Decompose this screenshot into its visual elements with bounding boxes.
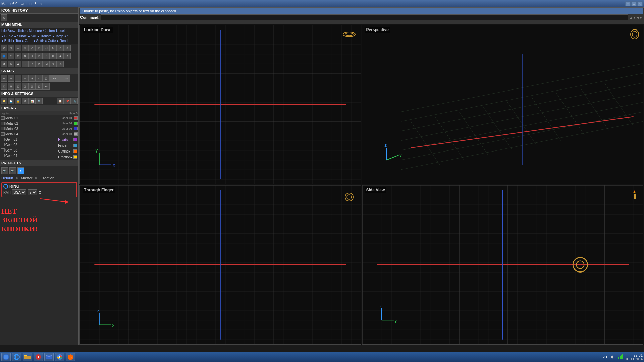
sub-build[interactable]: ● Build: [1, 39, 12, 43]
sub-rend[interactable]: ● Rend: [57, 39, 68, 43]
menu-file[interactable]: File: [1, 29, 7, 33]
chrome-button[interactable]: [55, 353, 64, 361]
media-button[interactable]: [34, 353, 43, 361]
viewport-looking-down[interactable]: Looking Down: [79, 25, 361, 184]
tb1-btn4[interactable]: ▽: [22, 45, 29, 51]
snap-btn9[interactable]: 155: [60, 75, 70, 82]
close-button[interactable]: ✕: [637, 1, 643, 6]
layer-metal02[interactable]: Metal 02 User 02: [0, 121, 78, 126]
viewport-side-view[interactable]: Side View: [362, 185, 644, 345]
snap2-btn7[interactable]: ⋯: [43, 83, 50, 90]
tb3-btn1[interactable]: ↺: [1, 61, 7, 67]
layer-heads[interactable]: Heads: [57, 137, 78, 142]
tb3-btn8[interactable]: ✎: [50, 61, 57, 67]
menu-view[interactable]: View: [8, 29, 15, 33]
sub-cutte[interactable]: ● Cutte: [45, 39, 56, 43]
tb2-btn2[interactable]: ⬡: [8, 53, 14, 59]
layer-cutting[interactable]: Cutting●: [57, 148, 78, 154]
tb2-btn6[interactable]: ⊡: [36, 53, 43, 59]
sub-surface[interactable]: ● Surfac: [14, 34, 27, 38]
proj-btn2[interactable]: 📸: [9, 167, 16, 174]
layer-metal04[interactable]: Metal 04 User 04: [0, 131, 78, 137]
layer-gem02[interactable]: Gem 02: [0, 142, 57, 147]
sub-too[interactable]: ● Too: [13, 39, 21, 43]
tb1-btn8[interactable]: ▷: [50, 45, 57, 51]
tb2-btn10[interactable]: ⌖: [64, 53, 71, 59]
tb2-btn9[interactable]: ◈: [57, 53, 64, 59]
viewport-perspective[interactable]: Perspective: [362, 25, 644, 184]
sub-gem[interactable]: ● Gem: [22, 39, 32, 43]
snap2-btn3[interactable]: ◱: [15, 83, 21, 90]
tb1-btn9[interactable]: ⊖: [57, 45, 64, 51]
sub-ar[interactable]: Ar: [64, 34, 68, 38]
info-btn4[interactable]: ⚙: [22, 98, 29, 104]
info-btn2[interactable]: 💾: [8, 98, 14, 104]
tb2-btn3[interactable]: ⊞: [15, 53, 21, 59]
minimize-button[interactable]: −: [625, 1, 631, 6]
tb1-btn2[interactable]: ◎: [8, 45, 14, 51]
tb1-btn1[interactable]: ⊕: [1, 45, 7, 51]
tb2-btn7[interactable]: ⌂: [43, 53, 50, 59]
tb3-btn5[interactable]: ↗: [29, 61, 36, 67]
start-button[interactable]: [1, 353, 11, 361]
tb3-btn7[interactable]: ⇲: [43, 61, 50, 67]
tb1-btn7[interactable]: ◁: [43, 45, 50, 51]
sub-transfo[interactable]: ● Transfo: [37, 34, 51, 38]
menu-measure[interactable]: Measure: [29, 29, 42, 33]
menu-utilities[interactable]: Utilities: [17, 29, 28, 33]
snap-btn5[interactable]: ⊙: [29, 75, 36, 82]
snap2-btn1[interactable]: ⊡: [1, 83, 7, 90]
info-btn5[interactable]: 📊: [29, 98, 36, 104]
proj-master[interactable]: Master: [21, 176, 33, 180]
menu-reset[interactable]: Reset: [56, 29, 65, 33]
ring-down-arrow[interactable]: ▼: [39, 192, 41, 195]
info-btn9[interactable]: 📎: [71, 98, 78, 104]
ie-button[interactable]: [12, 353, 21, 361]
layer-metal03[interactable]: Metal 03 User 03: [0, 126, 78, 131]
snap2-btn2[interactable]: ⊞: [8, 83, 14, 90]
snap-btn1[interactable]: ⊹: [1, 75, 7, 82]
layer-finger[interactable]: Finger: [57, 143, 78, 148]
tb2-btn4[interactable]: ⊠: [22, 53, 29, 59]
layer-gem03[interactable]: Gem 03: [0, 147, 57, 153]
info-btn6[interactable]: 🔍: [36, 98, 43, 104]
tb2-btn5[interactable]: ≡: [29, 53, 36, 59]
layer-gem04[interactable]: Gem 04: [0, 153, 57, 158]
menu-custom[interactable]: Custom: [43, 29, 55, 33]
viewport-through-finger[interactable]: Through Finger: [79, 185, 361, 345]
tb3-btn4[interactable]: ↕: [22, 61, 29, 67]
info-btn3[interactable]: 🔒: [15, 98, 21, 104]
snap2-btn4[interactable]: ◲: [22, 83, 29, 90]
maximize-button[interactable]: □: [631, 1, 637, 6]
tb2-btn1[interactable]: 🔵: [1, 53, 7, 59]
sub-targe[interactable]: ● Targe: [52, 34, 64, 38]
shield-button[interactable]: U: [66, 353, 75, 361]
snap-btn6[interactable]: □: [36, 75, 43, 82]
tb3-btn9[interactable]: ⚙: [57, 61, 64, 67]
layer-creation[interactable]: Creation●: [57, 154, 78, 160]
tb2-btn8[interactable]: ⌘: [50, 53, 57, 59]
ring-country-select[interactable]: USA EU UK: [12, 189, 26, 195]
sub-solid[interactable]: ● Soli: [28, 34, 37, 38]
sub-curve[interactable]: ● Curve: [1, 34, 13, 38]
snap-btn7[interactable]: ◫: [43, 75, 50, 82]
proj-btn1[interactable]: 📷: [1, 167, 8, 174]
ring-size-select[interactable]: 7 6 8: [28, 189, 37, 195]
layer-metal01[interactable]: Metal 01 User 01: [0, 115, 78, 121]
snap2-btn5[interactable]: ◳: [29, 83, 36, 90]
info-btn1[interactable]: 📁: [1, 98, 7, 104]
sub-settin[interactable]: ● Settir: [33, 39, 44, 43]
command-input[interactable]: [101, 14, 628, 20]
snap-btn8[interactable]: 155: [50, 75, 60, 82]
mail-button[interactable]: [44, 353, 54, 361]
folder-button[interactable]: [23, 353, 32, 361]
tb3-btn6[interactable]: ⇱: [36, 61, 43, 67]
proj-creation[interactable]: Creation: [40, 176, 54, 180]
tb1-btn10[interactable]: ⊗: [64, 45, 71, 51]
tb1-btn5[interactable]: ◇: [29, 45, 36, 51]
tb1-btn6[interactable]: □: [36, 45, 43, 51]
snap-btn4[interactable]: ○: [22, 75, 29, 82]
proj-default[interactable]: Default: [1, 176, 13, 180]
snap-btn3[interactable]: ×: [15, 75, 21, 82]
info-btn7[interactable]: 📋: [57, 98, 64, 104]
